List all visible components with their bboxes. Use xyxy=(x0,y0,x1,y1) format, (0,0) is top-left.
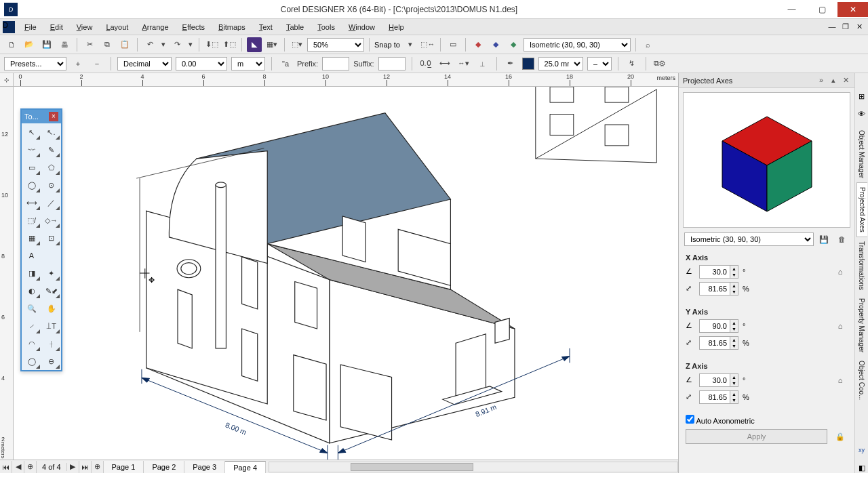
cut-button[interactable]: ✂ xyxy=(82,37,97,52)
prev-page-button[interactable]: ◀ xyxy=(12,461,24,473)
x-scale-input[interactable]: ▲▼ xyxy=(699,282,738,296)
horizontal-scrollbar[interactable] xyxy=(269,462,678,472)
docker-expand-button[interactable]: » xyxy=(816,76,826,85)
docker-close-button[interactable]: ✕ xyxy=(841,76,850,85)
projection-select[interactable]: Isometric (30, 90, 30) xyxy=(524,38,631,52)
x-lock-button[interactable]: ⌂ xyxy=(833,264,848,279)
toolbox-title[interactable]: To...× xyxy=(22,110,61,123)
page-tab-2[interactable]: Page 2 xyxy=(144,461,184,473)
menu-table[interactable]: Table xyxy=(279,20,311,34)
menu-effects[interactable]: Effects xyxy=(176,20,212,34)
dynamic-dim-button[interactable]: ↔▾ xyxy=(456,56,471,71)
save-button[interactable]: 💾 xyxy=(39,37,54,52)
docker-tab-property-manager[interactable]: Property Manager xyxy=(856,294,867,357)
presets-select[interactable]: Presets... xyxy=(4,57,66,70)
z-angle-input[interactable]: ▲▼ xyxy=(699,373,738,387)
new-button[interactable]: 🗋 xyxy=(4,37,19,52)
x-angle-input[interactable]: ▲▼ xyxy=(699,265,738,279)
menu-view[interactable]: View xyxy=(70,20,100,34)
docker-tab-object-coo-[interactable]: Object Coo... xyxy=(856,357,867,404)
dim-style-select[interactable]: Decimal xyxy=(117,57,172,70)
shape-tool[interactable]: ↖. xyxy=(41,123,61,141)
center-tool[interactable]: ⊙ xyxy=(41,176,61,194)
menu-file[interactable]: File xyxy=(18,20,43,34)
add-page-before-button[interactable]: ⊕ xyxy=(24,461,37,473)
dim-unit-select[interactable]: m xyxy=(231,57,265,70)
rectangle-tool[interactable]: ▭ xyxy=(22,159,41,176)
toolbox-palette[interactable]: To...× ↖ ↖. 〰 ✎ ▭ ⬠ ◯ ⊙ ⟷ ／ ⬚/ ◇→ ▦ ⊡ A … xyxy=(20,108,62,371)
callout-tool[interactable]: ⬚/ xyxy=(22,211,41,229)
show-zero-button[interactable]: 0.0̲ xyxy=(418,56,433,71)
show-units-button[interactable]: "a xyxy=(278,56,293,71)
zoom-tool[interactable]: 🔍 xyxy=(22,300,41,317)
blend-tool[interactable]: ✦ xyxy=(41,264,61,282)
docker-color-icon[interactable]: ◧ xyxy=(856,462,867,473)
connector-tool[interactable]: ◇→ xyxy=(41,211,61,229)
menu-tools[interactable]: Tools xyxy=(311,20,342,34)
vertical-ruler[interactable]: 24681012meters xyxy=(0,87,14,460)
transparency-tool[interactable]: ◐ xyxy=(22,282,41,300)
curve-tool[interactable]: ✎ xyxy=(41,141,61,159)
docker-tab-projected-axes[interactable]: Projected Axes xyxy=(856,182,867,237)
search-button[interactable]: ⌕ xyxy=(641,37,656,52)
auto-axonometric-checkbox[interactable]: Auto Axonometric xyxy=(686,417,755,425)
zoom-select[interactable]: 50% xyxy=(307,38,364,52)
redo-button[interactable]: ↷ xyxy=(170,37,184,52)
lock-button[interactable]: 🔒 xyxy=(833,429,848,444)
z-scale-input[interactable]: ▲▼ xyxy=(699,390,738,404)
undo-button[interactable]: ↶ xyxy=(142,37,157,52)
options-button[interactable]: ⬚▾ xyxy=(290,37,304,52)
copy-button[interactable]: ⧉ xyxy=(100,37,115,52)
app-launcher-button[interactable]: ◣ xyxy=(247,37,262,52)
wrap-text-button[interactable]: ↯ xyxy=(625,56,639,71)
snap-dropdown[interactable]: ▾ xyxy=(403,37,418,52)
crop-tool[interactable]: ◯ xyxy=(22,352,41,370)
welcome-button[interactable]: ▦▾ xyxy=(264,37,279,52)
menu-window[interactable]: Window xyxy=(342,20,382,34)
open-button[interactable]: 📂 xyxy=(22,37,37,52)
delete-projection-button[interactable]: 🗑 xyxy=(834,232,849,247)
segment-dim-tool[interactable]: ⟊ xyxy=(41,335,61,352)
app-menu-icon[interactable]: D xyxy=(3,21,15,33)
menu-bitmaps[interactable]: Bitmaps xyxy=(212,20,252,34)
object-properties-button[interactable]: ⧉⚙ xyxy=(652,56,667,71)
menu-text[interactable]: Text xyxy=(252,20,279,34)
drawing-canvas[interactable]: To...× ↖ ↖. 〰 ✎ ▭ ⬠ ◯ ⊙ ⟷ ／ ⬚/ ◇→ ▦ ⊡ A … xyxy=(14,87,678,460)
datum-tool[interactable]: ⟘T xyxy=(41,317,61,335)
docker-tab-transformations[interactable]: Transformations xyxy=(856,237,867,294)
mdi-restore-button[interactable]: ❐ xyxy=(841,22,850,31)
menu-arrange[interactable]: Arrange xyxy=(135,20,175,34)
next-page-button[interactable]: ▶ xyxy=(67,461,79,473)
menu-layout[interactable]: Layout xyxy=(99,20,135,34)
add-page-after-button[interactable]: ⊕ xyxy=(92,461,104,473)
menu-edit[interactable]: Edit xyxy=(43,20,70,34)
redo-dropdown[interactable]: ▾ xyxy=(187,37,194,52)
eyedropper-tool[interactable]: ✎⬋ xyxy=(41,282,61,300)
page-tab-1[interactable]: Page 1 xyxy=(104,461,144,473)
line-style-select[interactable]: — xyxy=(587,57,612,70)
radial-dim-tool[interactable]: ◠ xyxy=(22,335,41,352)
maximize-button[interactable]: ▢ xyxy=(807,2,837,17)
xy-icon[interactable]: xy xyxy=(856,445,867,455)
outline-pen-icon[interactable]: ✒ xyxy=(503,56,518,71)
ext-line-button[interactable]: ⟂ xyxy=(475,56,490,71)
mdi-close-button[interactable]: ✕ xyxy=(854,22,864,31)
minimize-button[interactable]: — xyxy=(776,2,807,17)
page-tab-4[interactable]: Page 4 xyxy=(225,461,266,473)
docker-tab-object-manager[interactable]: Object Manager xyxy=(856,126,867,182)
text-position-button[interactable]: ⟷ xyxy=(437,56,452,71)
preset-remove-button[interactable]: − xyxy=(90,56,104,71)
import-button[interactable]: ⬇⬚ xyxy=(204,37,219,52)
menu-help[interactable]: Help xyxy=(382,20,411,34)
extrude-tool[interactable]: ◨ xyxy=(22,264,41,282)
parallel-dim-tool[interactable]: ⟋ xyxy=(22,317,41,335)
mdi-minimize-button[interactable]: — xyxy=(827,22,837,31)
graph-tool[interactable]: ⊡ xyxy=(41,229,61,247)
snap-options-button[interactable]: ⬚↔ xyxy=(420,37,435,52)
suffix-input[interactable] xyxy=(378,57,406,70)
docker-options-icon[interactable]: ⊞ xyxy=(856,91,867,102)
polygon-tool[interactable]: ⬠ xyxy=(41,159,61,176)
docker-projection-select[interactable]: Isometric (30, 90, 30) xyxy=(684,232,814,246)
text-tool[interactable]: A xyxy=(22,247,41,264)
apply-button[interactable]: Apply xyxy=(686,429,827,444)
